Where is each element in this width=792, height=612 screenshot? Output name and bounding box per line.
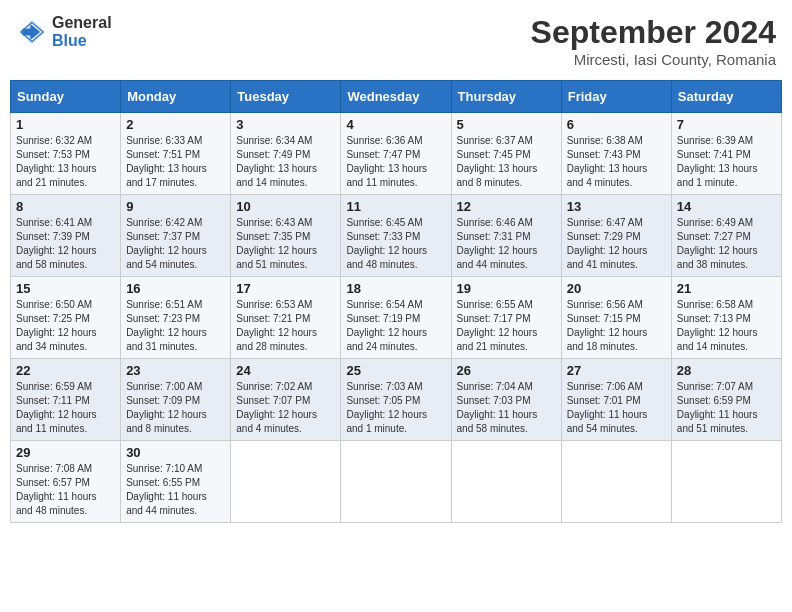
day-number: 21 — [677, 281, 776, 296]
day-info: Sunrise: 7:06 AM Sunset: 7:01 PM Dayligh… — [567, 380, 666, 436]
day-info: Sunrise: 6:46 AM Sunset: 7:31 PM Dayligh… — [457, 216, 556, 272]
calendar-cell: 18 Sunrise: 6:54 AM Sunset: 7:19 PM Dayl… — [341, 277, 451, 359]
week-row-3: 15 Sunrise: 6:50 AM Sunset: 7:25 PM Dayl… — [11, 277, 782, 359]
day-header-saturday: Saturday — [671, 81, 781, 113]
day-info: Sunrise: 6:36 AM Sunset: 7:47 PM Dayligh… — [346, 134, 445, 190]
day-info: Sunrise: 6:37 AM Sunset: 7:45 PM Dayligh… — [457, 134, 556, 190]
day-number: 27 — [567, 363, 666, 378]
location-title: Mircesti, Iasi County, Romania — [531, 51, 776, 68]
day-header-tuesday: Tuesday — [231, 81, 341, 113]
calendar-cell: 16 Sunrise: 6:51 AM Sunset: 7:23 PM Dayl… — [121, 277, 231, 359]
day-info: Sunrise: 6:47 AM Sunset: 7:29 PM Dayligh… — [567, 216, 666, 272]
calendar-cell: 29 Sunrise: 7:08 AM Sunset: 6:57 PM Dayl… — [11, 441, 121, 523]
day-number: 14 — [677, 199, 776, 214]
day-info: Sunrise: 6:56 AM Sunset: 7:15 PM Dayligh… — [567, 298, 666, 354]
logo: General Blue — [16, 14, 112, 49]
day-info: Sunrise: 6:33 AM Sunset: 7:51 PM Dayligh… — [126, 134, 225, 190]
day-info: Sunrise: 6:58 AM Sunset: 7:13 PM Dayligh… — [677, 298, 776, 354]
day-number: 6 — [567, 117, 666, 132]
day-info: Sunrise: 6:51 AM Sunset: 7:23 PM Dayligh… — [126, 298, 225, 354]
day-number: 2 — [126, 117, 225, 132]
day-info: Sunrise: 7:02 AM Sunset: 7:07 PM Dayligh… — [236, 380, 335, 436]
day-number: 25 — [346, 363, 445, 378]
calendar-cell — [671, 441, 781, 523]
day-number: 29 — [16, 445, 115, 460]
calendar-cell: 9 Sunrise: 6:42 AM Sunset: 7:37 PM Dayli… — [121, 195, 231, 277]
day-info: Sunrise: 6:55 AM Sunset: 7:17 PM Dayligh… — [457, 298, 556, 354]
week-row-4: 22 Sunrise: 6:59 AM Sunset: 7:11 PM Dayl… — [11, 359, 782, 441]
calendar-cell: 28 Sunrise: 7:07 AM Sunset: 6:59 PM Dayl… — [671, 359, 781, 441]
calendar-cell: 1 Sunrise: 6:32 AM Sunset: 7:53 PM Dayli… — [11, 113, 121, 195]
day-header-sunday: Sunday — [11, 81, 121, 113]
day-info: Sunrise: 6:53 AM Sunset: 7:21 PM Dayligh… — [236, 298, 335, 354]
day-number: 12 — [457, 199, 556, 214]
calendar-cell — [451, 441, 561, 523]
logo-icon — [16, 16, 48, 48]
day-header-thursday: Thursday — [451, 81, 561, 113]
day-info: Sunrise: 6:59 AM Sunset: 7:11 PM Dayligh… — [16, 380, 115, 436]
calendar-cell: 15 Sunrise: 6:50 AM Sunset: 7:25 PM Dayl… — [11, 277, 121, 359]
calendar-cell — [231, 441, 341, 523]
day-number: 9 — [126, 199, 225, 214]
day-number: 30 — [126, 445, 225, 460]
day-info: Sunrise: 7:00 AM Sunset: 7:09 PM Dayligh… — [126, 380, 225, 436]
day-number: 11 — [346, 199, 445, 214]
calendar-cell: 27 Sunrise: 7:06 AM Sunset: 7:01 PM Dayl… — [561, 359, 671, 441]
month-title: September 2024 — [531, 14, 776, 51]
day-info: Sunrise: 6:54 AM Sunset: 7:19 PM Dayligh… — [346, 298, 445, 354]
day-info: Sunrise: 6:50 AM Sunset: 7:25 PM Dayligh… — [16, 298, 115, 354]
day-info: Sunrise: 7:08 AM Sunset: 6:57 PM Dayligh… — [16, 462, 115, 518]
calendar-cell: 22 Sunrise: 6:59 AM Sunset: 7:11 PM Dayl… — [11, 359, 121, 441]
calendar-cell: 17 Sunrise: 6:53 AM Sunset: 7:21 PM Dayl… — [231, 277, 341, 359]
calendar-cell: 30 Sunrise: 7:10 AM Sunset: 6:55 PM Dayl… — [121, 441, 231, 523]
day-info: Sunrise: 7:03 AM Sunset: 7:05 PM Dayligh… — [346, 380, 445, 436]
calendar-cell: 26 Sunrise: 7:04 AM Sunset: 7:03 PM Dayl… — [451, 359, 561, 441]
day-info: Sunrise: 6:45 AM Sunset: 7:33 PM Dayligh… — [346, 216, 445, 272]
day-info: Sunrise: 6:39 AM Sunset: 7:41 PM Dayligh… — [677, 134, 776, 190]
calendar-cell: 20 Sunrise: 6:56 AM Sunset: 7:15 PM Dayl… — [561, 277, 671, 359]
calendar-cell: 12 Sunrise: 6:46 AM Sunset: 7:31 PM Dayl… — [451, 195, 561, 277]
day-info: Sunrise: 6:41 AM Sunset: 7:39 PM Dayligh… — [16, 216, 115, 272]
day-number: 5 — [457, 117, 556, 132]
day-header-monday: Monday — [121, 81, 231, 113]
calendar-cell: 23 Sunrise: 7:00 AM Sunset: 7:09 PM Dayl… — [121, 359, 231, 441]
day-number: 22 — [16, 363, 115, 378]
calendar-cell: 3 Sunrise: 6:34 AM Sunset: 7:49 PM Dayli… — [231, 113, 341, 195]
day-number: 7 — [677, 117, 776, 132]
day-number: 17 — [236, 281, 335, 296]
day-number: 1 — [16, 117, 115, 132]
day-number: 3 — [236, 117, 335, 132]
calendar-cell: 13 Sunrise: 6:47 AM Sunset: 7:29 PM Dayl… — [561, 195, 671, 277]
day-number: 13 — [567, 199, 666, 214]
logo-general: General — [52, 14, 112, 31]
calendar-cell: 6 Sunrise: 6:38 AM Sunset: 7:43 PM Dayli… — [561, 113, 671, 195]
calendar-cell: 14 Sunrise: 6:49 AM Sunset: 7:27 PM Dayl… — [671, 195, 781, 277]
day-number: 10 — [236, 199, 335, 214]
day-number: 26 — [457, 363, 556, 378]
calendar-cell: 7 Sunrise: 6:39 AM Sunset: 7:41 PM Dayli… — [671, 113, 781, 195]
day-info: Sunrise: 7:04 AM Sunset: 7:03 PM Dayligh… — [457, 380, 556, 436]
page-header: General Blue September 2024 Mircesti, Ia… — [10, 10, 782, 72]
day-info: Sunrise: 6:34 AM Sunset: 7:49 PM Dayligh… — [236, 134, 335, 190]
calendar-cell — [561, 441, 671, 523]
calendar-cell: 5 Sunrise: 6:37 AM Sunset: 7:45 PM Dayli… — [451, 113, 561, 195]
day-number: 28 — [677, 363, 776, 378]
week-row-2: 8 Sunrise: 6:41 AM Sunset: 7:39 PM Dayli… — [11, 195, 782, 277]
calendar-cell: 8 Sunrise: 6:41 AM Sunset: 7:39 PM Dayli… — [11, 195, 121, 277]
day-number: 18 — [346, 281, 445, 296]
calendar-cell: 10 Sunrise: 6:43 AM Sunset: 7:35 PM Dayl… — [231, 195, 341, 277]
day-info: Sunrise: 6:42 AM Sunset: 7:37 PM Dayligh… — [126, 216, 225, 272]
logo-blue: Blue — [52, 32, 87, 49]
calendar-cell: 25 Sunrise: 7:03 AM Sunset: 7:05 PM Dayl… — [341, 359, 451, 441]
day-header-friday: Friday — [561, 81, 671, 113]
calendar-table: SundayMondayTuesdayWednesdayThursdayFrid… — [10, 80, 782, 523]
calendar-cell: 21 Sunrise: 6:58 AM Sunset: 7:13 PM Dayl… — [671, 277, 781, 359]
day-number: 20 — [567, 281, 666, 296]
day-info: Sunrise: 7:10 AM Sunset: 6:55 PM Dayligh… — [126, 462, 225, 518]
title-block: September 2024 Mircesti, Iasi County, Ro… — [531, 14, 776, 68]
calendar-cell: 4 Sunrise: 6:36 AM Sunset: 7:47 PM Dayli… — [341, 113, 451, 195]
calendar-cell: 11 Sunrise: 6:45 AM Sunset: 7:33 PM Dayl… — [341, 195, 451, 277]
day-header-wednesday: Wednesday — [341, 81, 451, 113]
header-row: SundayMondayTuesdayWednesdayThursdayFrid… — [11, 81, 782, 113]
week-row-1: 1 Sunrise: 6:32 AM Sunset: 7:53 PM Dayli… — [11, 113, 782, 195]
